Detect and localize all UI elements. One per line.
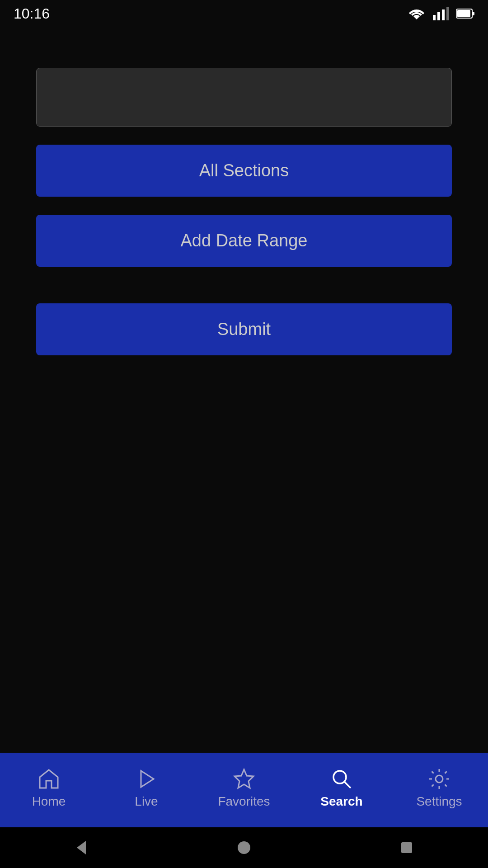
svg-rect-2 (442, 9, 445, 20)
favorites-icon (232, 767, 256, 791)
signal-icon (433, 7, 449, 20)
svg-point-13 (238, 841, 250, 854)
wifi-icon (408, 7, 426, 20)
status-bar: 10:16 (0, 0, 488, 27)
submit-button[interactable]: Submit (36, 303, 452, 355)
home-button[interactable] (230, 834, 258, 861)
search-input-container (36, 68, 452, 127)
divider (36, 285, 452, 285)
svg-rect-0 (433, 15, 436, 20)
search-input[interactable] (36, 68, 452, 127)
svg-marker-7 (141, 771, 154, 787)
home-sys-icon (236, 840, 252, 856)
svg-point-9 (333, 771, 346, 783)
nav-label-favorites: Favorites (218, 794, 270, 809)
nav-label-home: Home (32, 794, 66, 809)
svg-marker-8 (235, 769, 253, 788)
svg-rect-5 (457, 10, 470, 17)
search-nav-icon (330, 767, 353, 791)
svg-rect-14 (401, 842, 412, 853)
nav-item-live[interactable]: Live (98, 767, 195, 809)
back-button[interactable] (68, 834, 95, 861)
svg-marker-12 (77, 841, 86, 854)
nav-item-settings[interactable]: Settings (390, 767, 488, 809)
svg-point-11 (436, 775, 443, 783)
svg-rect-6 (472, 12, 474, 15)
home-icon (37, 767, 61, 791)
nav-item-home[interactable]: Home (0, 767, 98, 809)
svg-line-10 (344, 782, 351, 788)
svg-rect-1 (437, 12, 440, 20)
all-sections-button[interactable]: All Sections (36, 145, 452, 197)
main-content: All Sections Add Date Range Submit (0, 27, 488, 753)
recents-button[interactable] (393, 834, 420, 861)
nav-label-settings: Settings (416, 794, 462, 809)
add-date-range-button[interactable]: Add Date Range (36, 215, 452, 267)
nav-item-favorites[interactable]: Favorites (195, 767, 293, 809)
nav-item-search[interactable]: Search (293, 767, 390, 809)
status-icons (408, 7, 474, 20)
bottom-nav: Home Live Favorites Search Settings (0, 753, 488, 827)
back-icon (72, 839, 90, 857)
settings-icon (427, 767, 451, 791)
status-time: 10:16 (14, 5, 50, 22)
nav-label-search: Search (320, 794, 362, 809)
recents-icon (399, 840, 415, 856)
battery-icon (456, 8, 474, 19)
svg-rect-3 (446, 7, 449, 20)
nav-label-live: Live (135, 794, 158, 809)
live-icon (135, 767, 158, 791)
system-nav (0, 827, 488, 868)
